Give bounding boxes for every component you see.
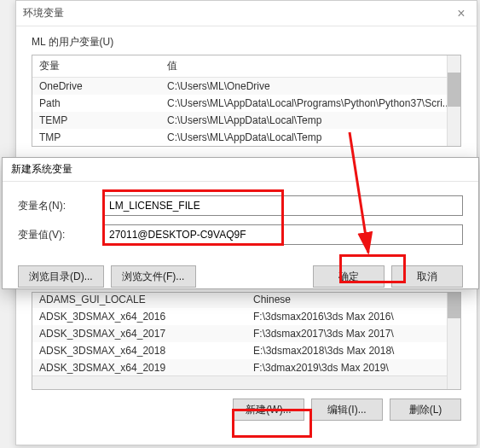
col-val[interactable]: 值 [160,55,460,78]
browse-file-button[interactable]: 浏览文件(F)... [111,265,196,288]
table-row[interactable]: ADSK_3DSMAX_x64_2017F:\3dsmax2017\3ds Ma… [32,325,460,342]
titlebar: 环境变量 × [16,1,477,26]
user-vars-table[interactable]: 变量 值 OneDriveC:\Users\ML\OneDrive PathC:… [32,55,461,147]
table-row[interactable]: TMPC:\Users\ML\AppData\Local\Temp [32,129,460,146]
close-icon[interactable]: × [453,6,470,21]
scrollbar-horizontal[interactable] [32,375,447,389]
table-row[interactable]: ADSK_3DSMAX_x64_2019F:\3dmax2019\3ds Max… [32,359,460,376]
table-row[interactable]: OneDriveC:\Users\ML\OneDrive [32,78,460,96]
system-vars-buttons: 新建(W)... 编辑(I)... 删除(L) [16,390,477,429]
browse-dir-button[interactable]: 浏览目录(D)... [18,265,104,288]
scrollbar-vertical[interactable] [447,55,460,146]
system-vars-table[interactable]: ADAMS_GUI_LOCALEChinese ADSK_3DSMAX_x64_… [32,292,461,390]
delete-button[interactable]: 删除(L) [390,399,461,421]
dialog-titlebar: 新建系统变量 [3,158,478,182]
var-name-label: 变量名(N): [18,199,103,213]
edit-button[interactable]: 编辑(I)... [311,399,383,421]
table-row[interactable]: PathC:\Users\ML\AppData\Local\Programs\P… [32,95,460,112]
ok-button[interactable]: 确定 [313,265,385,288]
var-value-label: 变量值(V): [18,228,103,242]
table-row[interactable]: ADSK_3DSMAX_x64_2018E:\3dsmax2018\3ds Ma… [32,342,460,359]
new-button[interactable]: 新建(W)... [233,399,304,421]
var-value-input[interactable]: 27011@DESKTOP-C9VAQ9F [103,224,463,245]
var-name-input[interactable]: LM_LICENSE_FILE [103,195,463,216]
table-row[interactable]: TEMPC:\Users\ML\AppData\Local\Temp [32,112,460,129]
cancel-button[interactable]: 取消 [391,265,463,288]
window-title: 环境变量 [23,6,453,20]
new-system-var-dialog: 新建系统变量 变量名(N): LM_LICENSE_FILE 变量值(V): 2… [2,157,479,289]
col-var[interactable]: 变量 [32,55,160,78]
dialog-title: 新建系统变量 [11,162,72,177]
scrollbar-vertical[interactable] [447,293,460,389]
table-row[interactable]: ADSK_3DSMAX_x64_2016F:\3dsmax2016\3ds Ma… [32,308,460,325]
user-vars-label: ML 的用户变量(U) [16,26,477,55]
